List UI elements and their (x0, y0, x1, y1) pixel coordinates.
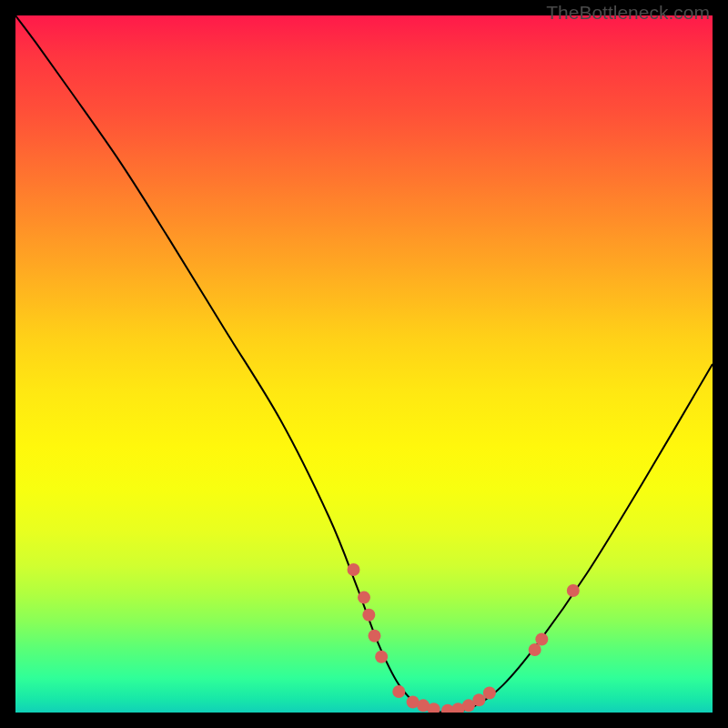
scatter-point (567, 584, 580, 597)
scatter-point (358, 592, 370, 604)
chart-overlay (15, 15, 713, 713)
scatter-point (362, 609, 375, 622)
scatter-point (535, 633, 548, 646)
bottleneck-curve (15, 15, 713, 713)
scatter-point (472, 693, 485, 706)
scatter-point (392, 685, 405, 698)
scatter-point (483, 687, 496, 700)
watermark-text: TheBottleneck.com (546, 2, 710, 24)
scatter-points-group (348, 563, 580, 713)
scatter-point (348, 563, 360, 576)
scatter-point (368, 630, 380, 642)
scatter-point (375, 651, 388, 663)
scatter-point (529, 643, 541, 656)
chart-plot-area (15, 15, 713, 713)
